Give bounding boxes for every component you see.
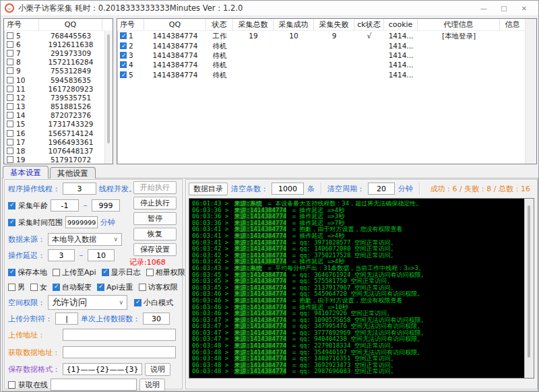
qq-list-row[interactable]: 17 1966493361	[4, 137, 113, 146]
delay-min-input[interactable]	[48, 249, 75, 261]
row-checkbox[interactable]	[7, 103, 13, 110]
column-header-index[interactable]: 序号	[4, 19, 39, 30]
row-checkbox[interactable]	[7, 148, 13, 154]
fetch-online-checkbox[interactable]	[8, 381, 15, 389]
qq-list-row[interactable]: 11 1617280923	[4, 84, 113, 93]
column-header[interactable]: 采集失败	[314, 19, 354, 30]
age-max-input[interactable]	[92, 199, 120, 211]
option[interactable]: 相册权限	[146, 267, 185, 277]
close-icon[interactable]: ✕	[514, 1, 534, 15]
exec-button[interactable]: 恢复	[133, 228, 177, 240]
qq-list-row[interactable]: 10 594583635	[4, 75, 113, 84]
row-checkbox[interactable]	[7, 86, 13, 92]
row-checkbox[interactable]	[7, 41, 13, 48]
option[interactable]: 男	[8, 282, 25, 292]
age-checkbox[interactable]	[8, 202, 15, 209]
worker-checkbox[interactable]	[120, 61, 127, 68]
option[interactable]: 访客权限	[139, 282, 178, 292]
column-header[interactable]: QQ	[144, 19, 206, 30]
option-checkbox[interactable]	[139, 284, 146, 291]
novice-mode-checkbox[interactable]	[134, 299, 141, 306]
row-checkbox[interactable]	[7, 94, 13, 101]
console-scrollbar[interactable]	[524, 199, 534, 378]
column-header[interactable]: 采集总数	[233, 19, 274, 30]
option[interactable]: 显示日志	[102, 267, 141, 277]
row-checkbox[interactable]	[7, 139, 13, 145]
maximize-icon[interactable]: □	[494, 1, 514, 15]
option[interactable]: 保存本地	[8, 267, 47, 277]
option[interactable]: 女	[30, 282, 47, 292]
upload-separator-input[interactable]	[55, 313, 78, 325]
data-source-select[interactable]: 本地导入数据 ∨	[48, 233, 122, 246]
exec-button[interactable]: 保存设置	[133, 243, 177, 256]
scrollbar-thumb[interactable]	[107, 34, 110, 143]
column-header[interactable]: 采集成功	[274, 19, 314, 30]
option-checkbox[interactable]	[8, 284, 15, 291]
tab-other-settings[interactable]: 其他设置	[50, 167, 96, 178]
qq-list-row[interactable]: 13 851881526	[4, 102, 113, 111]
worker-row[interactable]: 3 1414384774 待机 1414...	[117, 51, 536, 60]
age-min-input[interactable]	[51, 199, 79, 211]
option-checkbox[interactable]	[53, 284, 60, 291]
qq-list-row[interactable]: 18 1076448137	[4, 146, 113, 155]
tab-basic-settings[interactable]: 基本设置	[3, 166, 49, 178]
option[interactable]: Api去重	[97, 282, 133, 292]
clear-cycle-input[interactable]	[368, 183, 395, 195]
fetch-address-input[interactable]	[63, 346, 176, 358]
space-permission-select[interactable]: 允许访问 ∨	[48, 295, 127, 310]
row-checkbox[interactable]	[7, 112, 13, 119]
time-range-checkbox[interactable]	[8, 219, 15, 226]
row-checkbox[interactable]	[7, 156, 13, 163]
qq-list-row[interactable]: 15 1731743329	[4, 120, 113, 129]
novice-mode-option[interactable]: 小白模式	[134, 298, 173, 308]
row-checkbox[interactable]	[7, 50, 13, 57]
worker-row[interactable]: 1 1414384774 工作 19 10 9 √ 1414... [本地登录]	[117, 31, 536, 40]
upload-address-input[interactable]	[63, 329, 176, 341]
option-checkbox[interactable]	[53, 269, 60, 276]
qq-list-row[interactable]: 6 1912611638	[4, 40, 113, 48]
clear-count-input[interactable]	[272, 183, 304, 195]
option[interactable]: 自动裂变	[53, 282, 92, 292]
option[interactable]: 上传至Api	[53, 267, 96, 277]
console-scrollbar-thumb[interactable]	[528, 205, 530, 358]
worker-row[interactable]: 5 1414384774 待机 1414...	[117, 70, 536, 79]
worker-checkbox[interactable]	[120, 42, 127, 49]
row-checkbox[interactable]	[7, 32, 13, 39]
row-checkbox[interactable]	[7, 130, 13, 137]
save-format-input[interactable]	[63, 363, 142, 375]
qq-list-row[interactable]: 9 755312849	[4, 67, 113, 75]
column-header[interactable]: 序号	[117, 19, 144, 30]
exec-button[interactable]: 暂停	[133, 212, 177, 225]
worker-row[interactable]: 4 1414384774 待机 1414...	[117, 60, 536, 69]
batch-size-input[interactable]	[143, 313, 170, 325]
qq-list-row[interactable]: 12 739535751	[4, 93, 113, 102]
delay-max-input[interactable]	[88, 249, 115, 261]
option-checkbox[interactable]	[97, 284, 104, 291]
qq-list-row[interactable]: 16 1565714124	[4, 129, 113, 137]
worker-row[interactable]: 2 1414384774 待机 1414...	[117, 40, 536, 50]
option-checkbox[interactable]	[8, 269, 15, 276]
option-checkbox[interactable]	[146, 269, 154, 276]
row-checkbox[interactable]	[7, 77, 13, 84]
option-checkbox[interactable]	[102, 269, 109, 276]
qq-list-scrollbar[interactable]	[104, 30, 113, 164]
worker-checkbox[interactable]	[120, 52, 127, 59]
qq-list-row[interactable]: 14 872072376	[4, 111, 113, 120]
fetch-online-input[interactable]	[51, 379, 137, 391]
column-header[interactable]: 代理信息	[418, 19, 500, 30]
minimize-icon[interactable]: —	[474, 1, 494, 15]
column-header[interactable]: 信息	[500, 19, 526, 30]
column-header[interactable]: 状态	[206, 19, 233, 30]
fetch-online-help-button[interactable]: 说明	[139, 379, 165, 391]
worker-checkbox[interactable]	[120, 32, 127, 39]
exec-button[interactable]: 开始执行	[133, 181, 177, 194]
column-header[interactable]: ck状态	[354, 19, 384, 30]
worker-checkbox[interactable]	[120, 71, 127, 78]
option-checkbox[interactable]	[30, 284, 38, 291]
row-checkbox[interactable]	[7, 121, 13, 127]
thread-count-input[interactable]	[63, 183, 96, 195]
data-directory-button[interactable]: 数据目录	[189, 183, 228, 195]
qq-list-row[interactable]: 19 517917072	[4, 156, 113, 164]
qq-list-row[interactable]: 8 1572116284	[4, 58, 113, 67]
row-checkbox[interactable]	[7, 59, 13, 65]
